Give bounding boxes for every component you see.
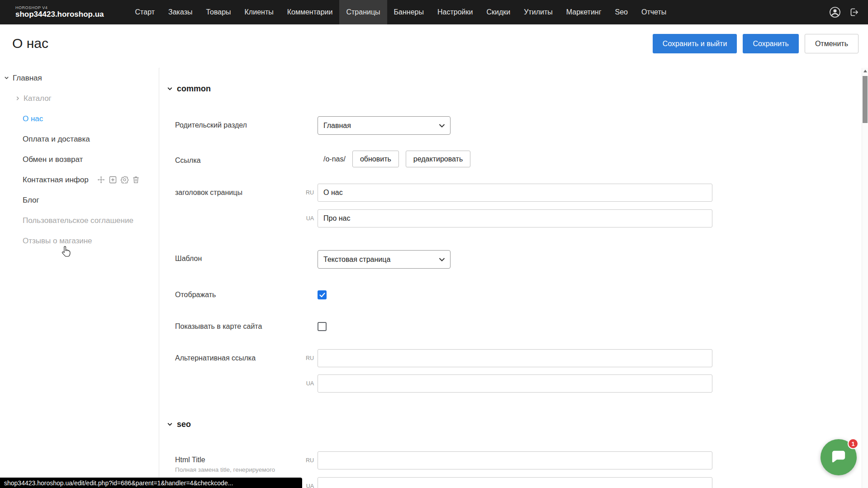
page-title-field-label: заголовок страницы	[175, 189, 242, 197]
select-value: Главная	[323, 122, 351, 130]
chat-bubble-icon	[830, 450, 847, 465]
nav-comments[interactable]: Комментарии	[280, 0, 340, 24]
chevron-right-icon	[15, 96, 20, 101]
chevron-down-icon	[4, 76, 9, 81]
lang-ua-badge: UA	[295, 215, 314, 222]
sidebar-item-label: Каталог	[24, 94, 52, 103]
topbar-icons	[829, 6, 860, 18]
scroll-up-arrow-icon[interactable]	[863, 70, 867, 72]
sidebar-item-blog[interactable]: Блог	[0, 190, 159, 210]
sidebar-item-label: Главная	[13, 74, 42, 83]
lang-ru-badge: RU	[295, 190, 314, 196]
sidebar-item-catalog[interactable]: Каталог	[0, 88, 159, 109]
nav-settings[interactable]: Настройки	[431, 0, 479, 24]
header-actions: Сохранить и выйти Сохранить Отменить	[653, 34, 859, 53]
lang-ru-badge: RU	[295, 355, 314, 361]
section-title: seo	[177, 420, 191, 429]
move-icon[interactable]	[97, 176, 105, 184]
html-title-hint: Полная замена title, генерируемого	[175, 466, 275, 473]
section-seo[interactable]: seo	[167, 420, 191, 429]
cancel-button[interactable]: Отменить	[805, 34, 859, 53]
chevron-down-icon	[439, 123, 445, 128]
section-common[interactable]: common	[167, 84, 211, 94]
check-icon	[319, 293, 325, 298]
page-title-ua-input[interactable]	[318, 209, 712, 227]
chevron-down-icon	[439, 257, 445, 261]
top-navigation: Старт Заказы Товары Клиенты Комментарии …	[128, 0, 674, 24]
nav-utilities[interactable]: Утилиты	[517, 0, 560, 24]
alt-link-ua-input[interactable]	[318, 374, 712, 393]
sidebar-item-label: Обмен и возврат	[23, 155, 83, 164]
nav-marketing[interactable]: Маркетинг	[560, 0, 608, 24]
template-label: Шаблон	[175, 255, 202, 263]
link-path: /o-nas/	[318, 155, 346, 163]
link-label: Ссылка	[175, 156, 201, 165]
nav-clients[interactable]: Клиенты	[238, 0, 280, 24]
display-checkbox[interactable]	[318, 290, 327, 299]
chevron-down-icon	[167, 422, 173, 427]
link-edit-button[interactable]: редактировать	[406, 151, 470, 167]
settings-icon[interactable]	[121, 176, 128, 184]
display-label: Отображать	[175, 291, 216, 299]
html-title-label: Html Title	[175, 456, 205, 464]
delete-icon[interactable]	[133, 176, 139, 184]
pages-tree-sidebar: Главная Каталог О нас Оплата и доставка …	[0, 68, 159, 488]
brand[interactable]: HOROSHOP V4 shop34423.horoshop.ua	[15, 5, 104, 19]
brand-version: HOROSHOP V4	[15, 5, 104, 10]
sidebar-item-user-agreement[interactable]: Пользовательское соглашение	[0, 210, 159, 231]
lang-ru-badge: RU	[295, 457, 314, 464]
html-title-ua-input[interactable]	[318, 477, 712, 488]
browser-status-bar: shop34423.horoshop.ua/edit/edit.php?id=6…	[0, 478, 302, 488]
page-title-ru-input[interactable]	[318, 184, 712, 202]
brand-domain: shop34423.horoshop.ua	[15, 10, 104, 19]
sidebar-item-home[interactable]: Главная	[0, 68, 159, 88]
sidebar-item-label: Пользовательское соглашение	[23, 216, 133, 225]
sidebar-item-contact-info[interactable]: Контактная инфор	[0, 170, 159, 190]
template-select[interactable]: Текстовая страница	[318, 250, 451, 269]
page-header: О нас Сохранить и выйти Сохранить Отмени…	[0, 24, 868, 68]
nav-orders[interactable]: Заказы	[161, 0, 199, 24]
row-hover-actions	[97, 176, 139, 184]
page-title: О нас	[12, 36, 48, 51]
parent-section-select[interactable]: Главная	[318, 116, 451, 135]
sidebar-item-label: Контактная инфор	[23, 175, 89, 185]
vertical-scrollbar[interactable]	[862, 68, 868, 488]
link-refresh-button[interactable]: обновить	[352, 151, 399, 167]
nav-start[interactable]: Старт	[128, 0, 161, 24]
section-title: common	[177, 84, 211, 94]
sidebar-item-label: Оплата и доставка	[23, 135, 90, 144]
select-value: Текстовая страница	[323, 256, 390, 264]
alt-link-label: Альтернативная ссылка	[175, 354, 256, 362]
nav-pages[interactable]: Страницы	[339, 0, 387, 24]
nav-seo[interactable]: Seo	[608, 0, 635, 24]
nav-discounts[interactable]: Скидки	[479, 0, 517, 24]
lang-ua-badge: UA	[295, 380, 314, 387]
logout-icon[interactable]	[848, 6, 860, 18]
sitemap-label: Показывать в карте сайта	[175, 322, 262, 331]
chat-unread-badge: 1	[848, 438, 859, 449]
add-icon[interactable]	[109, 176, 117, 184]
sitemap-checkbox[interactable]	[318, 322, 327, 331]
save-and-exit-button[interactable]: Сохранить и выйти	[653, 34, 737, 53]
parent-section-label: Родительский раздел	[175, 121, 247, 129]
sidebar-item-payment-delivery[interactable]: Оплата и доставка	[0, 129, 159, 149]
nav-reports[interactable]: Отчеты	[635, 0, 673, 24]
page-edit-form: common Родительский раздел Главная Ссылк…	[160, 68, 862, 488]
sidebar-item-label: Отзывы о магазине	[23, 237, 92, 246]
sidebar-item-about[interactable]: О нас	[0, 109, 159, 129]
chevron-down-icon	[167, 86, 173, 92]
html-title-ru-input[interactable]	[318, 451, 712, 469]
account-icon[interactable]	[829, 6, 841, 18]
chat-launcher-button[interactable]: 1	[821, 439, 857, 475]
sidebar-item-exchange-return[interactable]: Обмен и возврат	[0, 149, 159, 170]
status-url: shop34423.horoshop.ua/edit/edit.php?id=6…	[4, 479, 233, 487]
nav-products[interactable]: Товары	[199, 0, 238, 24]
link-row: /o-nas/ обновить редактировать	[318, 151, 470, 167]
scrollbar-thumb[interactable]	[863, 76, 868, 123]
sidebar-item-label: О нас	[23, 114, 43, 123]
sidebar-item-store-reviews[interactable]: Отзывы о магазине	[0, 231, 159, 251]
topbar: HOROSHOP V4 shop34423.horoshop.ua Старт …	[0, 0, 868, 24]
nav-banners[interactable]: Баннеры	[387, 0, 431, 24]
save-button[interactable]: Сохранить	[743, 34, 799, 53]
alt-link-ru-input[interactable]	[318, 349, 712, 367]
